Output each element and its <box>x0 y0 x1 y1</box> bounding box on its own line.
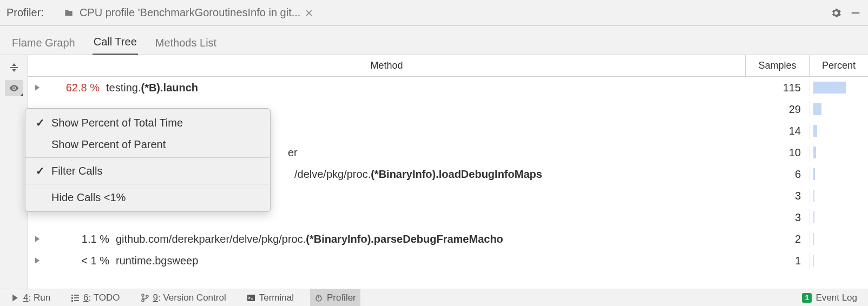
tab-flame-graph[interactable]: Flame Graph <box>11 30 76 55</box>
svg-rect-5 <box>74 295 79 296</box>
gear-icon[interactable] <box>830 7 842 19</box>
col-header-samples[interactable]: Samples <box>746 55 810 76</box>
percent-bar <box>810 79 868 96</box>
table-row[interactable]: 1.1 % github.com/derekparker/delve/pkg/p… <box>28 228 868 250</box>
close-icon[interactable] <box>306 10 312 16</box>
menu-filter-calls[interactable]: ✓ Filter Calls <box>25 160 270 182</box>
svg-rect-13 <box>247 295 255 301</box>
menu-separator <box>25 157 270 158</box>
tab-call-tree[interactable]: Call Tree <box>93 29 138 55</box>
expand-icon[interactable] <box>34 235 41 243</box>
grid-header: Method Samples Percent <box>28 55 868 77</box>
profile-tab[interactable]: CPU profile 'BenchmarkGoroutinesInfo in … <box>59 3 317 22</box>
profiler-label: Profiler: <box>6 6 44 19</box>
branch-icon <box>141 294 149 302</box>
dropdown-corner-icon <box>20 93 23 96</box>
check-icon: ✓ <box>35 116 45 129</box>
status-todo[interactable]: 6: TODO <box>67 289 124 306</box>
percent-value: < 1 % <box>61 255 109 267</box>
collapse-icon <box>9 62 19 73</box>
check-icon: ✓ <box>35 164 45 177</box>
menu-show-percent-total[interactable]: ✓ Show Percent of Total Time <box>25 112 270 134</box>
todo-icon <box>71 294 80 302</box>
svg-point-10 <box>142 294 144 296</box>
table-row[interactable]: 62.8 % testing.(*B).launch 115 <box>28 77 868 98</box>
method-name: github.com/derekparker/delve/pkg/proc.(*… <box>116 233 503 245</box>
status-event-log[interactable]: 1 Event Log <box>798 289 862 306</box>
status-vcs[interactable]: 9: Version Control <box>136 289 231 306</box>
tab-methods-list[interactable]: Methods List <box>154 30 218 55</box>
status-run[interactable]: 4: Run <box>6 289 55 306</box>
svg-rect-4 <box>71 295 73 296</box>
view-options-button[interactable] <box>5 80 23 96</box>
samples-value: 115 <box>746 82 810 94</box>
terminal-icon <box>247 294 255 302</box>
profile-title: CPU profile 'BenchmarkGoroutinesInfo in … <box>80 6 300 19</box>
collapse-all-button[interactable] <box>5 59 23 76</box>
eye-icon <box>9 83 19 94</box>
status-bar: 4: Run 6: TODO 9: Version Control Termin… <box>0 289 868 306</box>
expand-icon[interactable] <box>34 257 41 264</box>
svg-rect-8 <box>71 300 73 302</box>
svg-point-12 <box>146 295 148 297</box>
method-name: testing.(*B).launch <box>106 82 198 94</box>
samples-value: 1 <box>746 255 810 267</box>
notification-badge: 1 <box>802 293 812 303</box>
view-options-menu: ✓ Show Percent of Total Time Show Percen… <box>25 108 271 212</box>
svg-rect-7 <box>74 297 79 298</box>
col-header-method[interactable]: Method <box>28 55 746 76</box>
menu-show-percent-parent[interactable]: Show Percent of Parent <box>25 134 270 155</box>
folder-icon <box>63 9 74 17</box>
status-profiler[interactable]: Profiler <box>310 289 360 306</box>
table-row[interactable]: < 1 % runtime.bgsweep 1 <box>28 250 868 271</box>
col-header-percent[interactable]: Percent <box>810 55 868 76</box>
minimize-icon[interactable] <box>850 7 862 19</box>
svg-point-11 <box>142 300 144 302</box>
menu-hide-calls[interactable]: Hide Calls <1% <box>25 187 270 208</box>
percent-value: 62.8 % <box>51 82 100 94</box>
expand-icon[interactable] <box>34 84 41 91</box>
profiler-icon <box>314 294 323 302</box>
method-name: runtime.bgsweep <box>116 255 198 267</box>
menu-separator <box>25 184 270 184</box>
svg-point-3 <box>13 87 15 89</box>
profiler-header: Profiler: CPU profile 'BenchmarkGoroutin… <box>0 0 868 26</box>
status-terminal[interactable]: Terminal <box>242 289 298 306</box>
play-icon <box>11 294 19 302</box>
samples-value: 2 <box>746 233 810 245</box>
percent-value: 1.1 % <box>61 233 109 245</box>
svg-rect-6 <box>71 297 73 299</box>
svg-rect-9 <box>74 300 79 301</box>
profiler-subtabs: Flame Graph Call Tree Methods List <box>0 26 868 55</box>
gutter-toolbar <box>0 55 28 289</box>
